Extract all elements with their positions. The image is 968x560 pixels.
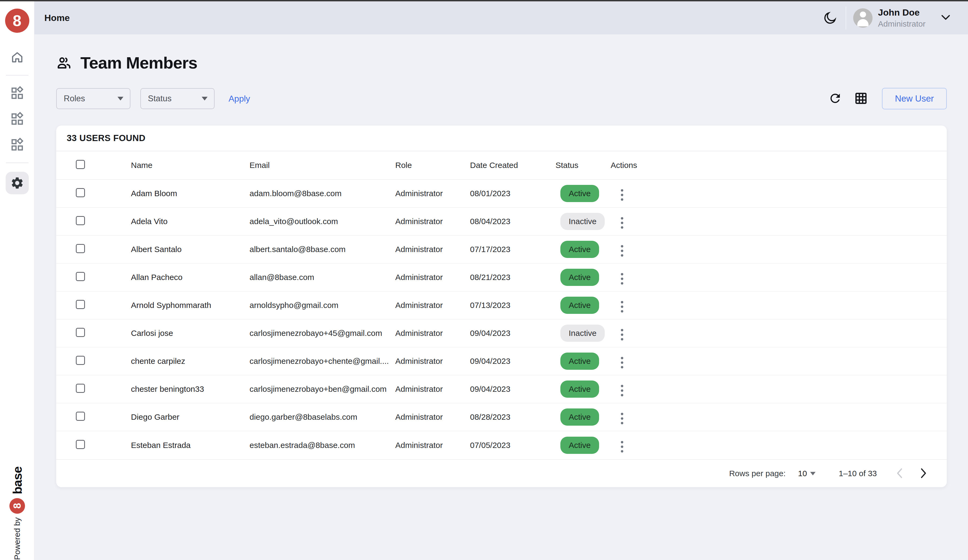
user-role: Administrator xyxy=(878,19,925,28)
user-date-created: 08/28/2023 xyxy=(470,413,555,421)
powered-by-8base-brand: Powered by 8 base xyxy=(9,466,25,560)
table-row[interactable]: Diego Garber diego.garber@8baselabs.com … xyxy=(56,403,947,431)
row-checkbox[interactable] xyxy=(76,300,85,309)
status-badge: Active xyxy=(560,437,599,454)
row-actions-kebab-icon[interactable] xyxy=(619,243,625,259)
row-checkbox[interactable] xyxy=(76,272,85,281)
row-checkbox[interactable] xyxy=(76,188,85,197)
brand-logo-char: 8 xyxy=(12,503,23,509)
rows-per-page-select[interactable]: 10 xyxy=(798,469,816,478)
rows-per-page-value: 10 xyxy=(798,469,807,478)
8base-brand-logo: 8 xyxy=(9,498,25,514)
new-user-button[interactable]: New User xyxy=(882,88,947,109)
roles-select-value: Roles xyxy=(64,94,85,104)
8base-logo-char: 8 xyxy=(13,13,21,28)
sidebar-item-home[interactable] xyxy=(0,45,35,70)
row-actions-kebab-icon[interactable] xyxy=(619,411,625,426)
table-row[interactable]: Adela Vito adela_vito@outlook.com Admini… xyxy=(56,208,947,236)
table-view-button[interactable] xyxy=(854,91,868,106)
user-role: Administrator xyxy=(395,357,470,366)
refresh-button[interactable] xyxy=(828,91,842,106)
user-email: albert.santalo@8base.com xyxy=(250,245,395,254)
row-actions-kebab-icon[interactable] xyxy=(619,187,625,203)
sidebar-item-workspace-2[interactable] xyxy=(0,106,35,132)
user-name: Albert Santalo xyxy=(131,245,250,254)
rows-per-page-label: Rows per page: xyxy=(729,469,786,478)
table-summary-row: 33 USERS FOUND xyxy=(56,126,947,151)
row-checkbox[interactable] xyxy=(76,440,85,449)
user-date-created: 09/04/2023 xyxy=(470,329,555,338)
row-checkbox[interactable] xyxy=(76,244,85,253)
status-select[interactable]: Status xyxy=(140,88,215,109)
sidebar-nav xyxy=(0,45,34,194)
status-badge: Inactive xyxy=(560,213,605,230)
row-checkbox[interactable] xyxy=(76,356,85,365)
sidebar-item-settings[interactable] xyxy=(6,172,29,194)
user-role: Administrator xyxy=(395,245,470,254)
next-page-button[interactable] xyxy=(919,468,927,479)
row-actions-kebab-icon[interactable] xyxy=(619,215,625,231)
user-role: Administrator xyxy=(395,189,470,198)
widgets-icon xyxy=(10,86,25,101)
topbar: Home John Doe Administrator xyxy=(35,2,968,35)
user-date-created: 07/13/2023 xyxy=(470,301,555,310)
row-checkbox[interactable] xyxy=(76,328,85,337)
8base-logo[interactable]: 8 xyxy=(5,8,29,33)
widgets-icon xyxy=(10,137,25,152)
column-header-email[interactable]: Email xyxy=(250,161,395,170)
dark-mode-toggle[interactable] xyxy=(822,10,837,26)
table-row[interactable]: Arnold Syphommarath arnoldsypho@gmail.co… xyxy=(56,292,947,319)
user-name: chester benington33 xyxy=(131,385,250,394)
user-name: Carlosi jose xyxy=(131,329,250,338)
row-actions-kebab-icon[interactable] xyxy=(619,299,625,315)
user-role: Administrator xyxy=(395,441,470,450)
pagination-bar: Rows per page: 10 1–10 of 33 xyxy=(56,459,947,487)
row-actions-kebab-icon[interactable] xyxy=(619,271,625,287)
sidebar-divider xyxy=(6,163,28,163)
main-content: Team Members Roles Status Apply New xyxy=(35,35,968,560)
table-row[interactable]: Esteban Estrada esteban.estrada@8base.co… xyxy=(56,431,947,459)
table-row[interactable]: Adam Bloom adam.bloom@8base.com Administ… xyxy=(56,180,947,208)
table-row[interactable]: Carlosi jose carlosjimenezrobayo+45@gmai… xyxy=(56,319,947,347)
column-header-name[interactable]: Name xyxy=(131,161,250,170)
user-avatar[interactable] xyxy=(853,8,873,28)
row-checkbox[interactable] xyxy=(76,412,85,421)
table-row[interactable]: chester benington33 carlosjimenezrobayo+… xyxy=(56,375,947,403)
user-date-created: 09/04/2023 xyxy=(470,385,555,394)
table-row[interactable]: Allan Pacheco allan@8base.com Administra… xyxy=(56,264,947,292)
table-header-row: Name Email Role Date Created Status Acti… xyxy=(56,151,947,180)
column-header-actions: Actions xyxy=(611,161,947,170)
column-header-status[interactable]: Status xyxy=(555,161,611,170)
user-menu[interactable]: John Doe Administrator xyxy=(878,7,925,28)
row-actions-kebab-icon[interactable] xyxy=(619,327,625,343)
column-header-role[interactable]: Role xyxy=(395,161,470,170)
user-role: Administrator xyxy=(395,301,470,310)
users-found-count: 33 USERS FOUND xyxy=(67,133,146,143)
sidebar-item-workspace-3[interactable] xyxy=(0,132,35,158)
table-row[interactable]: Albert Santalo albert.santalo@8base.com … xyxy=(56,236,947,264)
select-all-checkbox[interactable] xyxy=(76,160,85,169)
row-checkbox[interactable] xyxy=(76,384,85,393)
apply-filters-link[interactable]: Apply xyxy=(229,94,250,104)
sidebar-item-workspace-1[interactable] xyxy=(0,80,35,106)
row-actions-kebab-icon[interactable] xyxy=(619,383,625,398)
user-menu-toggle[interactable] xyxy=(941,15,950,21)
row-actions-kebab-icon[interactable] xyxy=(619,439,625,455)
user-name: Adela Vito xyxy=(131,217,250,226)
roles-select[interactable]: Roles xyxy=(56,88,131,109)
row-actions-kebab-icon[interactable] xyxy=(619,355,625,370)
row-checkbox[interactable] xyxy=(76,216,85,225)
user-role: Administrator xyxy=(395,413,470,421)
column-header-date-created[interactable]: Date Created xyxy=(470,161,555,170)
user-name: Arnold Syphommarath xyxy=(131,301,250,310)
user-date-created: 07/05/2023 xyxy=(470,441,555,450)
status-badge: Active xyxy=(560,353,599,370)
users-table-card: 33 USERS FOUND Name Email Role Date Crea… xyxy=(56,126,947,487)
user-date-created: 08/21/2023 xyxy=(470,273,555,282)
user-name: Allan Pacheco xyxy=(131,273,250,282)
user-email: adela_vito@outlook.com xyxy=(250,217,395,226)
previous-page-button[interactable] xyxy=(896,468,904,479)
filter-row: Roles Status Apply New User xyxy=(56,88,947,109)
user-role: Administrator xyxy=(395,329,470,338)
table-row[interactable]: chente carpilez carlosjimenezrobayo+chen… xyxy=(56,347,947,375)
